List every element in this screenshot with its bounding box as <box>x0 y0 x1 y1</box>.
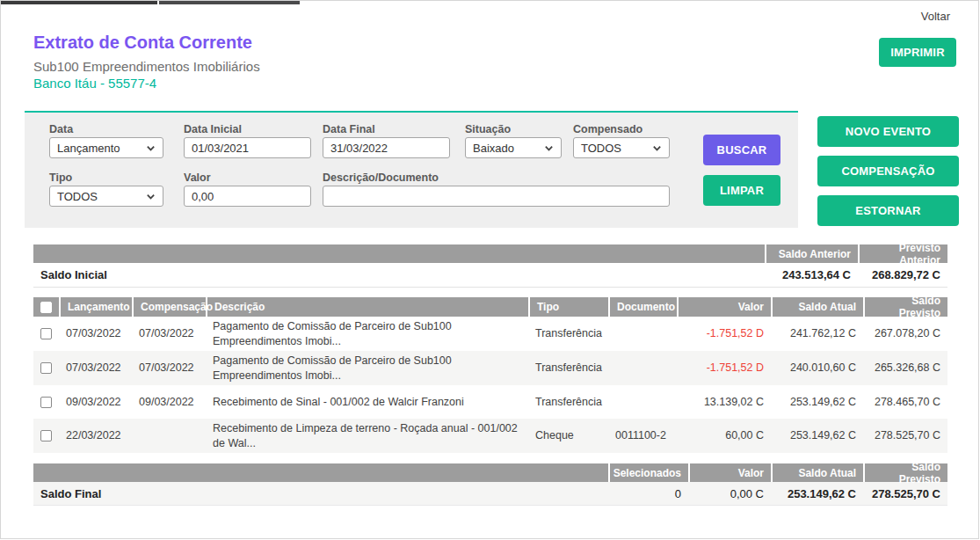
novo-evento-button[interactable]: NOVO EVENTO <box>817 116 959 147</box>
saldo-previsto-cell: 278.465,70 C <box>863 392 947 412</box>
valor-cell: -1.751,52 D <box>677 324 771 344</box>
descricao-cell: Pagamento de Comissão de Parceiro de Sub… <box>206 317 528 351</box>
lancamento-cell: 07/03/2022 <box>59 358 132 378</box>
compensacao-cell: 07/03/2022 <box>132 358 206 378</box>
page: Voltar Extrato de Conta Corrente Sub100 … <box>0 0 979 539</box>
valor-final-header: Valor <box>688 463 771 482</box>
data-inicial-input[interactable] <box>184 137 311 158</box>
chevron-down-icon <box>544 143 554 153</box>
selecionados-header: Selecionados <box>608 463 688 482</box>
select-all-checkbox[interactable] <box>40 302 52 313</box>
saldo-previsto-final-value: 278.525,70 C <box>863 487 947 500</box>
lancamento-cell: 07/03/2022 <box>59 324 132 344</box>
row-checkbox[interactable] <box>40 328 52 339</box>
saldo-final-section: Selecionados Valor Saldo Atual Saldo Pre… <box>33 463 947 506</box>
valor-final-value: 0,00 C <box>688 487 771 500</box>
saldo-anterior-header: Saldo Anterior <box>765 244 858 263</box>
saldo-atual-cell: 253.149,62 C <box>771 392 863 412</box>
situacao-select-value: Baixado <box>473 142 514 155</box>
filter-panel: Data Lançamento Data Inicial Data Final … <box>25 111 798 228</box>
bank-account-label: Banco Itáu - 55577-4 <box>33 76 156 91</box>
situacao-label: Situação <box>465 123 511 135</box>
table-row: 07/03/2022 07/03/2022 Pagamento de Comis… <box>33 351 947 385</box>
table-row: 22/03/2022 Recebimento de Limpeza de ter… <box>33 419 947 453</box>
imprimir-button[interactable]: IMPRIMIR <box>879 38 956 67</box>
descricao-documento-label: Descrição/Documento <box>323 171 439 184</box>
row-checkbox[interactable] <box>40 362 52 374</box>
chevron-down-icon <box>652 143 662 153</box>
compensado-select-value: TODOS <box>581 142 621 155</box>
data-final-input[interactable] <box>323 137 450 158</box>
data-final-label: Data Final <box>323 123 375 135</box>
data-inicial-label: Data Inicial <box>184 123 242 135</box>
saldo-previsto-cell: 278.525,70 C <box>863 426 947 446</box>
situacao-select[interactable]: Baixado <box>465 137 562 158</box>
buscar-button[interactable]: BUSCAR <box>703 135 780 165</box>
data-select-value: Lançamento <box>57 142 120 155</box>
previsto-anterior-header: Previsto Anterior <box>858 244 947 263</box>
saldo-anterior-value: 243.513,64 C <box>765 268 858 281</box>
documento-cell: 0011100-2 <box>608 426 677 446</box>
descricao-cell: Pagamento de Comissão de Parceiro de Sub… <box>206 351 528 385</box>
saldo-previsto-column-header: Saldo Previsto <box>863 297 947 317</box>
tipo-cell: Cheque <box>528 426 608 446</box>
documento-column-header: Documento <box>608 297 677 317</box>
saldo-final-row: Saldo Final 0 0,00 C 253.149,62 C 278.52… <box>33 482 947 506</box>
saldo-inicial-header-bar: Saldo Anterior Previsto Anterior <box>33 244 947 263</box>
row-checkbox[interactable] <box>40 397 52 408</box>
table-row: 07/03/2022 07/03/2022 Pagamento de Comis… <box>33 317 947 351</box>
tipo-cell: Transferência <box>528 358 608 378</box>
compensacao-cell <box>132 434 206 439</box>
previsto-anterior-value: 268.829,72 C <box>858 268 947 281</box>
valor-cell: 13.139,02 C <box>677 392 771 412</box>
saldo-atual-final-header: Saldo Atual <box>771 463 863 482</box>
descricao-column-header: Descrição <box>206 297 528 317</box>
valor-cell: -1.751,52 D <box>677 358 771 378</box>
company-subtitle: Sub100 Empreendimentos Imobiliários <box>33 59 260 74</box>
table-header-row: Lançamento Compensação Descrição Tipo Do… <box>33 297 947 317</box>
limpar-button[interactable]: LIMPAR <box>703 175 780 206</box>
compensacao-cell: 07/03/2022 <box>132 324 206 344</box>
saldo-previsto-cell: 265.326,68 C <box>863 358 947 378</box>
browser-tab-sliver <box>1 1 978 4</box>
saldo-inicial-label: Saldo Inicial <box>33 268 765 281</box>
descricao-documento-input[interactable] <box>323 186 670 207</box>
documento-cell <box>608 366 677 371</box>
descricao-cell: Recebimento de Sinal - 001/002 de Walcir… <box>206 392 528 412</box>
table-body: 07/03/2022 07/03/2022 Pagamento de Comis… <box>33 317 947 453</box>
saldo-inicial-row: Saldo Inicial 243.513,64 C 268.829,72 C <box>33 263 947 288</box>
valor-label: Valor <box>184 171 211 184</box>
valor-column-header: Valor <box>677 297 771 317</box>
compensacao-cell: 09/03/2022 <box>132 392 206 412</box>
saldo-atual-final-value: 253.149,62 C <box>771 487 863 500</box>
compensado-select[interactable]: TODOS <box>573 137 670 158</box>
row-checkbox[interactable] <box>40 430 52 441</box>
chevron-down-icon <box>146 143 156 153</box>
saldo-previsto-cell: 267.078,20 C <box>863 324 947 344</box>
voltar-link[interactable]: Voltar <box>921 10 950 23</box>
saldo-atual-cell: 241.762,12 C <box>771 324 863 344</box>
saldo-atual-cell: 253.149,62 C <box>771 426 863 446</box>
documento-cell <box>608 399 677 405</box>
tipo-select[interactable]: TODOS <box>49 186 163 207</box>
table-row: 09/03/2022 09/03/2022 Recebimento de Sin… <box>33 385 947 419</box>
chevron-down-icon <box>146 192 156 201</box>
tipo-column-header: Tipo <box>528 297 608 317</box>
saldo-atual-cell: 240.010,60 C <box>771 358 863 378</box>
tipo-select-value: TODOS <box>57 190 98 203</box>
compensacao-button[interactable]: COMPENSAÇÃO <box>817 156 959 186</box>
estornar-button[interactable]: ESTORNAR <box>817 195 959 226</box>
descricao-cell: Recebimento de Limpeza de terreno - Roça… <box>206 419 528 453</box>
selecionados-value: 0 <box>608 487 688 500</box>
data-select[interactable]: Lançamento <box>49 137 163 158</box>
saldo-atual-column-header: Saldo Atual <box>771 297 863 317</box>
saldo-final-label: Saldo Final <box>33 487 608 500</box>
valor-cell: 60,00 C <box>677 426 771 446</box>
compensacao-column-header: Compensação <box>132 297 206 317</box>
data-label: Data <box>49 123 73 135</box>
tipo-cell: Transferência <box>528 392 608 412</box>
lancamento-cell: 22/03/2022 <box>59 426 132 446</box>
saldo-previsto-final-header: Saldo Previsto <box>863 463 947 482</box>
valor-input[interactable] <box>184 186 311 207</box>
tipo-label: Tipo <box>49 171 72 184</box>
